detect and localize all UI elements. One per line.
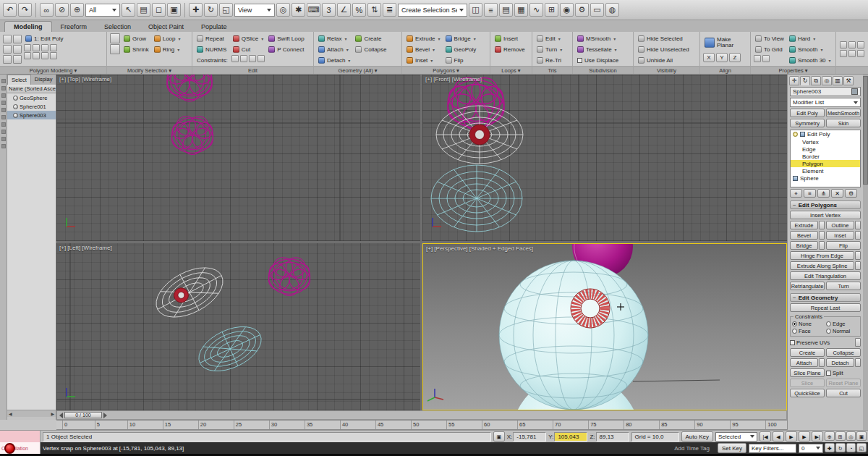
stack-modifier-row[interactable]: Edit Poly: [791, 130, 860, 138]
align-icon[interactable]: ≡: [484, 3, 498, 17]
relax-button[interactable]: Relax: [317, 33, 352, 43]
go-to-start-button[interactable]: |◀: [760, 431, 771, 442]
mini-icon[interactable]: [857, 50, 864, 57]
outline-button[interactable]: Outline: [826, 221, 854, 229]
select-manipulate-icon[interactable]: ✱: [292, 3, 305, 17]
quickslice-button[interactable]: QuickSlice: [790, 389, 825, 397]
mini-icon[interactable]: [50, 44, 57, 51]
maxscript-mini-listener[interactable]: [0, 431, 41, 442]
render-setup-icon[interactable]: ⚙: [575, 3, 589, 17]
mini-icon[interactable]: [24, 52, 31, 59]
bridge-button[interactable]: Bridge: [790, 241, 818, 250]
select-by-name-icon[interactable]: ▤: [137, 3, 150, 17]
command-tab-motion-icon[interactable]: ◎: [822, 76, 832, 85]
mini-icon[interactable]: [848, 41, 856, 48]
frame-forward-icon[interactable]: [103, 413, 107, 418]
tab-selection[interactable]: Selection: [95, 22, 140, 32]
retriangulate-button[interactable]: Retriangulate: [790, 282, 825, 290]
named-selection-sets-icon[interactable]: ≣: [383, 3, 396, 17]
outline-settings-button[interactable]: [855, 221, 861, 229]
viewport-front[interactable]: [+] [Front] [Wireframe]: [422, 75, 787, 241]
current-frame-field[interactable]: 0: [799, 444, 823, 453]
mini-icon[interactable]: [857, 41, 864, 48]
mini-icon[interactable]: [1, 137, 6, 141]
bevel-button[interactable]: Bevel: [405, 44, 442, 54]
constraint-mode-icons[interactable]: [231, 55, 265, 62]
command-panel-scrollbar[interactable]: [863, 75, 868, 430]
modifier-set-button[interactable]: Symmetry: [790, 119, 825, 127]
create-button[interactable]: Create: [354, 33, 388, 43]
edit-poly-mode-button[interactable]: 1: Edit Poly: [24, 33, 103, 43]
attach-button[interactable]: Attach: [317, 44, 352, 54]
geopoly-button[interactable]: GeoPoly: [444, 44, 478, 54]
polygon-modeling-tools-row[interactable]: [24, 52, 103, 59]
detach-settings-button[interactable]: [855, 358, 861, 367]
rendered-frame-icon[interactable]: ▭: [590, 3, 604, 17]
mirror-icon[interactable]: ◫: [469, 3, 482, 17]
retri-button[interactable]: Re-Tri: [535, 55, 563, 65]
mini-icon[interactable]: [848, 50, 856, 57]
named-selection-set-field[interactable]: Create Selection Se: [398, 4, 467, 17]
explorer-name-column-header[interactable]: Name (Sorted Ascending): [7, 85, 56, 93]
mini-icon[interactable]: [1, 108, 6, 112]
play-button[interactable]: ▶: [786, 431, 797, 442]
tab-freeform[interactable]: Freeform: [52, 22, 96, 32]
mini-icon[interactable]: [840, 50, 847, 57]
viewport-perspective-label[interactable]: [+] [Perspective] [Shaded + Edged Faces]: [426, 245, 533, 252]
insert-vertex-button[interactable]: Insert Vertex: [790, 211, 861, 219]
mini-icon[interactable]: [1, 101, 6, 105]
extrude-along-spline-settings-button[interactable]: [855, 261, 861, 270]
preserve-uvs-settings-button[interactable]: [855, 338, 861, 347]
rollout-edit-geometry[interactable]: Edit Geometry: [790, 293, 861, 302]
unlink-selection-icon[interactable]: ⊘: [55, 3, 69, 17]
remove-loop-button[interactable]: Remove: [493, 44, 527, 54]
mini-icon[interactable]: [754, 55, 761, 62]
zoom-extents-icon[interactable]: ◎: [846, 431, 856, 441]
stack-subobject-element[interactable]: Element: [791, 167, 860, 174]
viewport-left-label[interactable]: [+] [Left] [Wireframe]: [59, 245, 112, 251]
scrollbar-thumb[interactable]: [863, 76, 868, 185]
extrude-along-spline-button[interactable]: Extrude Along Spline: [790, 261, 854, 270]
bevel-button[interactable]: Bevel: [790, 231, 818, 240]
object-color-swatch[interactable]: [851, 88, 858, 95]
smooth-30-button[interactable]: Smooth 30: [788, 55, 833, 65]
mini-icon[interactable]: [240, 55, 247, 62]
mini-icon[interactable]: [1, 122, 6, 127]
section-label-geometry[interactable]: Geometry (All) ▾: [314, 66, 401, 74]
repeat-button[interactable]: Repeat: [195, 33, 229, 43]
inset-button[interactable]: Inset: [405, 55, 442, 65]
graphite-toggle-icon[interactable]: ▦: [514, 3, 528, 17]
mini-icon[interactable]: [258, 55, 265, 62]
bevel-settings-button[interactable]: [819, 231, 825, 240]
create-button[interactable]: Create: [790, 348, 825, 357]
mini-icon[interactable]: [13, 35, 22, 43]
x-coordinate-field[interactable]: -15,781: [513, 432, 546, 442]
command-tab-display-icon[interactable]: ▥: [833, 76, 843, 85]
selection-filter-dropdown[interactable]: All: [85, 4, 120, 17]
mini-icon[interactable]: [840, 41, 847, 48]
constraint-normal-radio[interactable]: Normal: [826, 328, 859, 334]
use-displace-toggle[interactable]: Use Displace: [576, 55, 620, 65]
attach-button[interactable]: Attach: [790, 358, 818, 367]
align-z-button[interactable]: Z: [729, 53, 741, 62]
stack-subobject-border[interactable]: Border: [791, 153, 860, 160]
key-selection-dropdown[interactable]: Selected: [715, 432, 757, 442]
explorer-horizontal-scrollbar[interactable]: ◀▶: [7, 410, 56, 417]
layer-manager-icon[interactable]: ▤: [499, 3, 513, 17]
pan-icon[interactable]: ✚: [825, 443, 835, 452]
z-coordinate-field[interactable]: 89,13: [596, 432, 629, 442]
select-scale-icon[interactable]: ◱: [219, 3, 233, 17]
bind-to-spacewarp-icon[interactable]: ⊕: [70, 3, 84, 17]
to-view-button[interactable]: To View: [754, 33, 786, 43]
list-item[interactable]: Sphere001: [7, 102, 56, 111]
list-item-selected[interactable]: Sphere003: [7, 111, 56, 119]
zoom-icon[interactable]: ⊕: [825, 431, 835, 441]
section-label-polygons[interactable]: Polygons ▾: [402, 66, 490, 74]
time-slider-track[interactable]: 0 / 100: [56, 410, 787, 420]
turn-button[interactable]: Turn: [535, 44, 563, 54]
hard-button[interactable]: Hard: [788, 33, 833, 43]
tessellate-button[interactable]: Tessellate: [576, 44, 620, 54]
slice-plane-button[interactable]: Slice Plane: [790, 368, 825, 377]
curve-editor-icon[interactable]: ∿: [529, 3, 543, 17]
modifier-set-button[interactable]: MeshSmooth: [826, 109, 861, 117]
